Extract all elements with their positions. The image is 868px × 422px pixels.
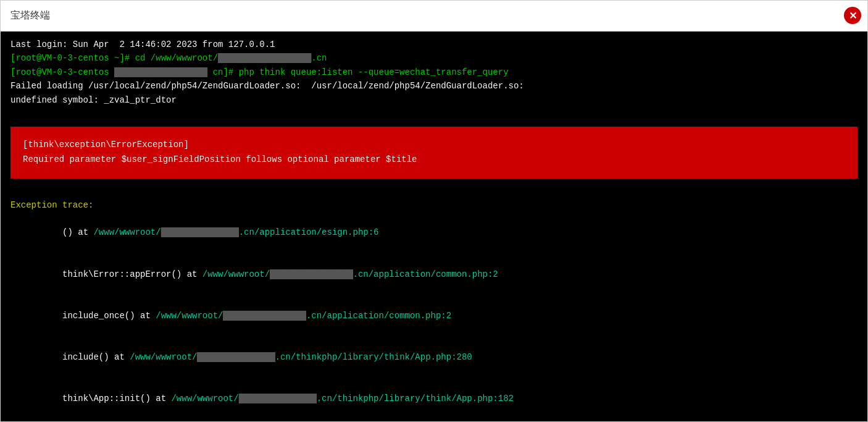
trace-line-3: include_once() at /www/wwwroot/█████████… (10, 295, 858, 336)
main-window: 宝塔终端 ✕ Last login: Sun Apr 2 14:46:02 20… (0, 0, 868, 422)
terminal-line-failed1: Failed loading /usr/local/zend/php54/Zen… (10, 79, 858, 93)
terminal-content[interactable]: Last login: Sun Apr 2 14:46:02 2023 from… (1, 32, 867, 421)
trace-line-2: think\Error::appError() at /www/wwwroot/… (10, 253, 858, 295)
spacer2 (10, 190, 858, 198)
spacer1 (10, 107, 858, 116)
terminal-line-cd: [root@VM-0-3-centos ~]# cd /www/wwwroot/… (10, 51, 858, 65)
error-line1: [think\exception\ErrorException] (23, 138, 845, 153)
trace-label: Exception trace: (10, 198, 858, 212)
terminal-area: Last login: Sun Apr 2 14:46:02 2023 from… (1, 32, 867, 421)
trace-line-6: think\App::initCommon() at /www/wwwroot/… (10, 420, 858, 421)
close-button[interactable]: ✕ (844, 7, 861, 24)
trace-line-5: think\App::init() at /www/wwwroot/██████… (10, 378, 858, 420)
title-bar: 宝塔终端 ✕ (1, 1, 867, 32)
terminal-line-failed2: undefined symbol: _zval_ptr_dtor (10, 93, 858, 107)
trace-line-4: include() at /www/wwwroot/██████████████… (10, 336, 858, 378)
error-box: [think\exception\ErrorException] Require… (10, 127, 858, 179)
error-line2: Required parameter $user_signFieldPositi… (23, 153, 845, 167)
terminal-line-login: Last login: Sun Apr 2 14:46:02 2023 from… (10, 38, 858, 51)
trace-line-1: () at /www/wwwroot/███████████████.cn/ap… (10, 212, 858, 253)
window-title: 宝塔终端 (10, 9, 50, 22)
terminal-line-phpthink: [root@VM-0-3-centos ██████████████████ c… (10, 65, 858, 79)
